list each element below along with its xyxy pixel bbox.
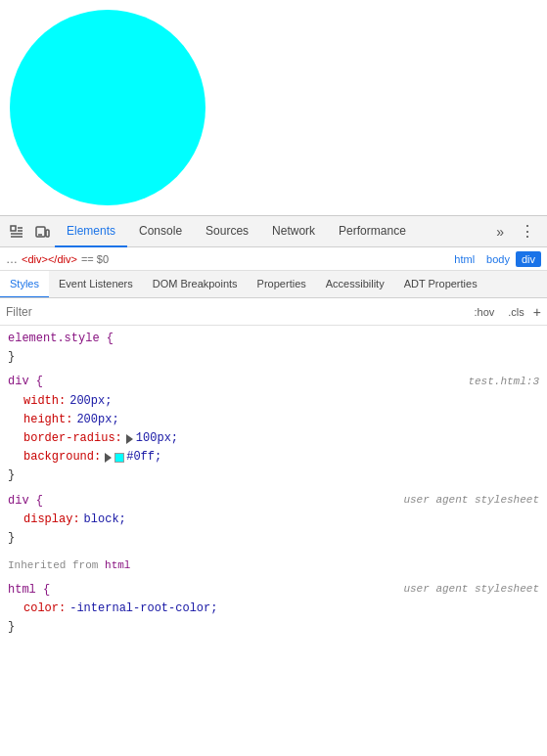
sub-tab-styles[interactable]: Styles	[0, 271, 49, 298]
filter-bar: :hov .cls +	[0, 298, 547, 326]
devtools-toolbar: Elements Console Sources Network Perform…	[0, 216, 547, 247]
breadcrumb-div[interactable]: div	[516, 251, 541, 267]
tab-performance[interactable]: Performance	[327, 216, 418, 247]
device-toggle-icon[interactable]	[29, 219, 55, 245]
div-ua-selector-line: div { user agent stylesheet	[0, 492, 547, 511]
div-width-line: width: 200px;	[0, 392, 547, 411]
breadcrumb-dots: …	[6, 252, 18, 266]
tab-network[interactable]: Network	[260, 216, 327, 247]
breadcrumb-eq: == $0	[81, 253, 109, 265]
color-swatch[interactable]	[114, 453, 124, 463]
background-triangle[interactable]	[105, 453, 112, 463]
devtools-tabs: Elements Console Sources Network Perform…	[55, 216, 488, 247]
div-background-line: background: #0ff;	[0, 448, 547, 467]
inherited-from-element: html	[105, 559, 130, 571]
html-color-line: color: -internal-root-color;	[0, 600, 547, 618]
tab-sources[interactable]: Sources	[194, 216, 260, 247]
element-style-selector-text: element.style {	[8, 330, 114, 348]
sub-tab-adt-properties[interactable]: ADT Properties	[394, 271, 487, 298]
html-ua-rule: html { user agent stylesheet color: -int…	[0, 581, 547, 638]
div-rule-close: }	[0, 467, 547, 485]
kebab-menu-button[interactable]: ⋮	[512, 222, 543, 241]
svg-rect-0	[11, 226, 16, 231]
sub-tab-properties[interactable]: Properties	[248, 271, 316, 298]
div-display-value[interactable]: block;	[84, 511, 126, 529]
css-content: element.style { } div { test.html:3 widt…	[0, 326, 547, 756]
inherited-from-label: Inherited from html	[0, 554, 547, 579]
devtools-panel: Elements Console Sources Network Perform…	[0, 215, 547, 756]
more-tabs-button[interactable]: »	[488, 224, 512, 240]
div-ua-rule: div { user agent stylesheet display: blo…	[0, 492, 547, 549]
element-style-close: }	[0, 348, 547, 367]
border-radius-triangle[interactable]	[126, 434, 133, 444]
filter-input[interactable]	[6, 305, 468, 319]
div-border-radius-prop: border-radius:	[23, 429, 122, 448]
div-background-value[interactable]: #0ff;	[126, 448, 161, 467]
div-height-value[interactable]: 200px;	[76, 411, 118, 429]
breadcrumb: … <div></div> == $0 html body div	[0, 247, 547, 271]
element-style-selector: element.style {	[0, 330, 547, 348]
div-rule: div { test.html:3 width: 200px; height: …	[0, 373, 547, 485]
html-ua-selector-line: html { user agent stylesheet	[0, 581, 547, 600]
html-ua-selector-text: html {	[8, 581, 50, 600]
hov-button[interactable]: :hov	[468, 303, 502, 321]
div-display-line: display: block;	[0, 511, 547, 529]
div-border-radius-line: border-radius: 100px;	[0, 429, 547, 448]
div-width-value[interactable]: 200px;	[69, 392, 112, 411]
breadcrumb-body[interactable]: body	[480, 251, 516, 267]
element-style-rule: element.style { }	[0, 330, 547, 367]
html-ua-rule-close: }	[0, 618, 547, 637]
sub-tab-dom-breakpoints[interactable]: DOM Breakpoints	[143, 271, 248, 298]
sub-tab-event-listeners[interactable]: Event Listeners	[49, 271, 143, 298]
svg-rect-6	[46, 230, 49, 237]
html-color-prop: color:	[23, 600, 66, 618]
sub-tab-accessibility[interactable]: Accessibility	[316, 271, 394, 298]
div-ua-rule-close: }	[0, 529, 547, 548]
html-ua-rule-source: user agent stylesheet	[403, 581, 539, 599]
div-ua-rule-source: user agent stylesheet	[403, 492, 539, 510]
breadcrumb-selected-element: <div></div>	[22, 253, 77, 265]
cls-button[interactable]: .cls	[501, 303, 531, 321]
html-color-value[interactable]: -internal-root-color;	[69, 600, 217, 618]
div-display-prop: display:	[23, 511, 80, 529]
div-height-prop: height:	[23, 411, 72, 429]
breadcrumb-html[interactable]: html	[448, 251, 480, 267]
div-selector-text: div {	[8, 373, 43, 391]
div-ua-selector-text: div {	[8, 492, 43, 511]
div-background-prop: background:	[23, 448, 101, 467]
div-width-prop: width:	[23, 392, 66, 411]
sub-tabs: Styles Event Listeners DOM Breakpoints P…	[0, 271, 547, 298]
div-rule-source[interactable]: test.html:3	[468, 374, 539, 391]
tab-elements[interactable]: Elements	[55, 216, 127, 247]
preview-area	[0, 0, 547, 215]
div-border-radius-value[interactable]: 100px;	[136, 429, 178, 448]
div-selector-line: div { test.html:3	[0, 373, 547, 391]
add-style-button[interactable]: +	[533, 304, 541, 320]
div-height-line: height: 200px;	[0, 411, 547, 429]
inspect-element-icon[interactable]	[4, 219, 29, 245]
tab-console[interactable]: Console	[127, 216, 194, 247]
circle-element	[10, 10, 205, 205]
